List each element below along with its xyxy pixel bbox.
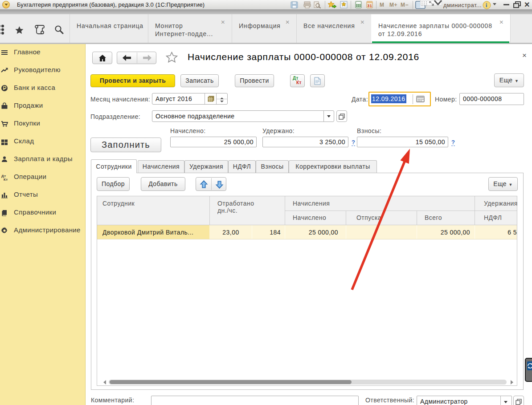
svg-text:31: 31: [367, 4, 372, 8]
svg-text:i: i: [486, 2, 487, 8]
svg-text:Кт: Кт: [4, 178, 8, 181]
